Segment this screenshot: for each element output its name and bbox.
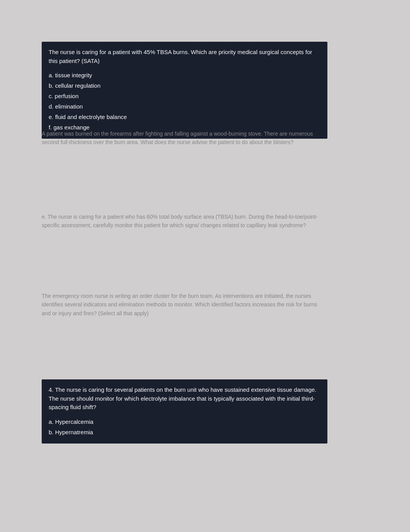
option-text-e: fluid and electrolyte balance xyxy=(55,114,127,120)
question-4-body: The nurse is caring for several patients… xyxy=(49,386,316,410)
option-text-b: cellular regulation xyxy=(55,82,101,89)
option-text-4b: Hypernatremia xyxy=(55,429,93,435)
option-text-c: perfusion xyxy=(55,93,79,99)
option-label-d: d. xyxy=(49,103,54,110)
question-1-option-e: e. fluid and electrolyte balance xyxy=(49,112,320,122)
question-4-number: 4. xyxy=(49,386,54,393)
question-4-option-b: b. Hypernatremia xyxy=(49,427,320,437)
question-4-option-a: a. Hypercalcemia xyxy=(49,416,320,427)
option-label-4b: b. xyxy=(49,429,54,435)
question-1-option-b: b. cellular regulation xyxy=(49,80,320,91)
question-3b-text: The emergency room nurse is writing an o… xyxy=(42,293,317,316)
option-label-b: b. xyxy=(49,82,54,89)
question-2-faded: A patient was burned on the forearms aft… xyxy=(42,126,327,151)
question-3-faded: e. The nurse is caring for a patient who… xyxy=(42,209,327,234)
question-1-option-d: d. elimination xyxy=(49,101,320,112)
question-1-option-a: a. tissue integrity xyxy=(49,70,320,80)
option-label-4a: a. xyxy=(49,418,54,425)
option-label-e: e. xyxy=(49,114,54,120)
question-4-text: 4. The nurse is caring for several patie… xyxy=(49,386,320,412)
question-1-option-c: c. perfusion xyxy=(49,91,320,101)
option-label-c: c. xyxy=(49,93,53,99)
question-1-text: The nurse is caring for a patient with 4… xyxy=(49,48,320,65)
question-3-text: e. The nurse is caring for a patient who… xyxy=(42,214,318,228)
option-label-a: a. xyxy=(49,72,54,78)
question-4-box: 4. The nurse is caring for several patie… xyxy=(42,379,327,444)
question-1-box: The nurse is caring for a patient with 4… xyxy=(42,42,327,139)
option-text-4a: Hypercalcemia xyxy=(55,418,93,425)
question-3b-faded: The emergency room nurse is writing an o… xyxy=(42,288,327,321)
question-2-text: A patient was burned on the forearms aft… xyxy=(42,131,313,145)
option-text-d: elimination xyxy=(55,103,83,110)
option-text-a: tissue integrity xyxy=(55,72,92,78)
